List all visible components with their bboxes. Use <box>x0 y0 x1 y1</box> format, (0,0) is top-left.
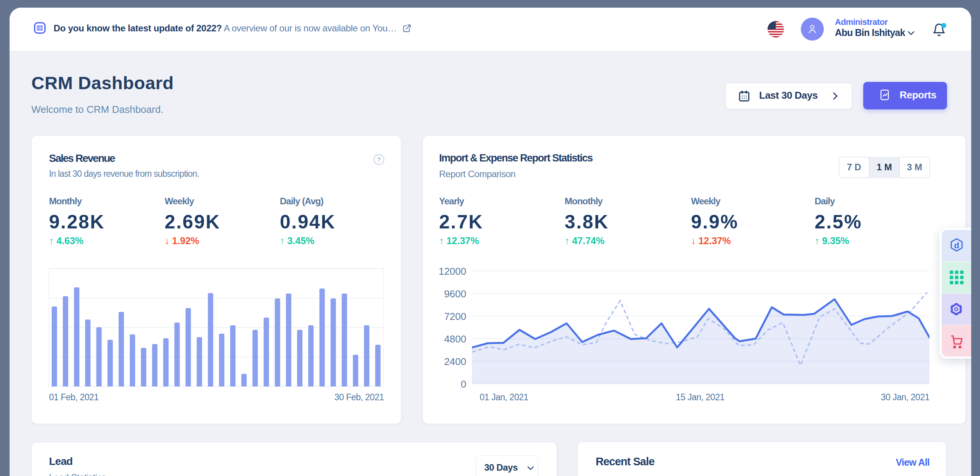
svg-text:?: ? <box>377 156 381 163</box>
svg-text:d: d <box>954 241 959 250</box>
